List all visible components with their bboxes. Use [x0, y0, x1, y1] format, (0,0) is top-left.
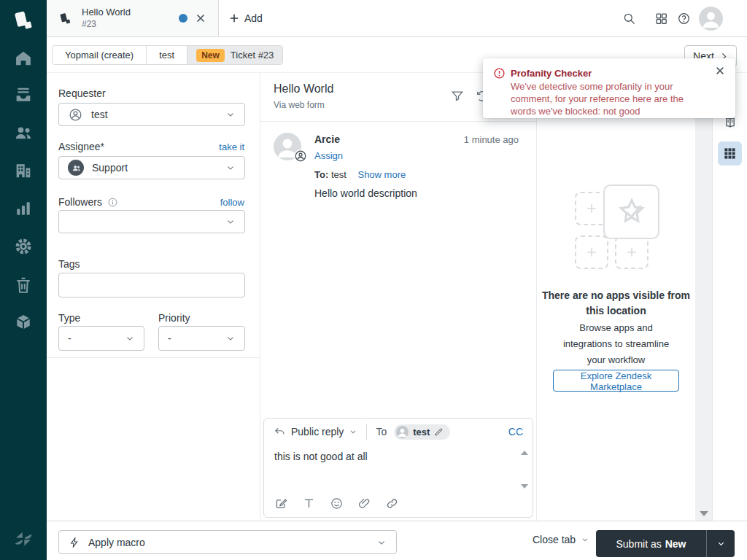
reply-textarea[interactable]: this is not good at all [274, 451, 511, 489]
chevron-down-icon [376, 537, 387, 548]
admin-gear-icon[interactable] [13, 236, 34, 257]
attachment-paperclip-icon[interactable] [357, 497, 371, 510]
assign-link[interactable]: Assign [314, 150, 343, 161]
filter-conversation-icon[interactable] [450, 89, 465, 104]
breadcrumb-ticket[interactable]: New Ticket #23 [187, 46, 282, 64]
deleted-tickets-trash-icon[interactable] [13, 275, 34, 295]
type-select[interactable]: - [58, 326, 144, 351]
scroll-up-arrow-icon[interactable] [521, 451, 528, 455]
requester-select[interactable]: test [58, 103, 245, 126]
type-label: Type [58, 312, 80, 324]
submit-label: Submit as [616, 538, 661, 550]
requester-label: Requester [58, 88, 106, 99]
info-icon[interactable] [107, 197, 118, 208]
close-tab-icon[interactable] [195, 12, 206, 24]
no-apps-illustration [575, 184, 664, 271]
ticket-fields-panel: Requester test Assignee* take it Support… [47, 73, 260, 521]
chevron-down-icon [581, 535, 589, 544]
priority-select[interactable]: - [158, 326, 245, 351]
priority-value: - [168, 332, 171, 344]
add-label: Add [244, 12, 263, 24]
ticket-icon [58, 12, 72, 26]
show-more-link[interactable]: Show more [357, 169, 406, 180]
apply-macro-label: Apply macro [88, 537, 145, 548]
organizations-icon[interactable] [13, 160, 34, 181]
zendesk-z-logo-icon [12, 528, 34, 550]
assignee-select[interactable]: Support [58, 156, 245, 179]
plus-icon [584, 201, 599, 216]
composer-scrollbar[interactable] [519, 449, 530, 490]
star-check-icon [615, 195, 649, 229]
apply-macro-select[interactable]: Apply macro [58, 530, 397, 554]
breadcrumb-requester[interactable]: test [147, 46, 187, 64]
home-icon[interactable] [13, 48, 34, 69]
app-switcher-grid-icon[interactable] [654, 12, 668, 26]
link-icon[interactable] [385, 497, 399, 510]
breadcrumb-brand[interactable]: Yopmail (create) [53, 46, 147, 64]
zendesk-product-logo-icon[interactable] [11, 8, 36, 33]
apps-grid-icon-active[interactable] [718, 141, 742, 166]
composer-header: Public reply To test CC [264, 419, 533, 445]
recipient-pill[interactable]: test [394, 424, 450, 440]
scroll-down-arrow-icon[interactable] [700, 511, 708, 516]
reporting-icon[interactable] [13, 198, 34, 219]
apps-panel: There are no apps visible from this loca… [537, 73, 695, 521]
follow-link[interactable]: follow [220, 197, 244, 208]
plus-icon [624, 245, 639, 260]
close-tab-label: Close tab [533, 534, 576, 545]
composer-toolbar [274, 497, 399, 510]
plus-icon [229, 13, 239, 23]
submit-status: New [665, 538, 686, 550]
breadcrumb: Yopmail (create) test New Ticket #23 [52, 45, 283, 65]
chevron-down-icon [225, 109, 236, 120]
chevron-down-icon [225, 163, 236, 173]
ticket-footer-bar: Apply macro Close tab Submit as New [47, 521, 747, 560]
chevron-down-icon [349, 427, 357, 436]
take-it-link[interactable]: take it [219, 141, 244, 152]
views-icon[interactable] [13, 85, 34, 105]
cc-link[interactable]: CC [508, 426, 523, 438]
text-format-icon[interactable] [302, 497, 316, 510]
composer-divider [366, 424, 367, 440]
compose-note-icon[interactable] [274, 497, 288, 510]
message-body: Hello world description [314, 187, 417, 199]
ticket-subject: Hello World [274, 82, 333, 96]
notification-close-icon[interactable] [715, 66, 725, 76]
chevron-down-icon [716, 539, 726, 548]
scroll-down-arrow-icon[interactable] [521, 484, 528, 489]
followers-label: Followers [58, 196, 118, 208]
app-placeholder-tile [615, 236, 649, 269]
close-tab-dropdown[interactable]: Close tab [533, 534, 589, 545]
submit-as-new-button[interactable]: Submit as New [596, 530, 706, 557]
left-nav-rail [0, 0, 47, 560]
tags-label: Tags [58, 258, 80, 270]
explore-cube-icon[interactable] [13, 312, 34, 332]
reply-composer: Public reply To test CC this is not good… [263, 418, 533, 518]
help-icon[interactable] [677, 12, 691, 26]
tab-ticket-number: #23 [82, 19, 96, 29]
emoji-icon[interactable] [330, 497, 344, 510]
no-apps-heading: There are no apps visible from this loca… [537, 288, 695, 319]
plus-icon [584, 245, 599, 260]
explore-marketplace-button[interactable]: Explore Zendesk Marketplace [553, 370, 679, 392]
profanity-checker-notification: Profanity Checker We've detective some p… [483, 58, 735, 118]
customers-icon[interactable] [13, 122, 34, 143]
chevron-down-icon [225, 217, 236, 227]
message-recipients: To: test Show more [314, 169, 406, 180]
end-user-badge-icon [294, 149, 307, 163]
main-vertical-scrollbar[interactable] [695, 73, 713, 521]
search-icon[interactable] [622, 12, 636, 26]
submit-options-caret[interactable] [706, 530, 735, 557]
reply-mode-select[interactable]: Public reply [274, 426, 357, 438]
fields-divider [47, 357, 260, 358]
followers-select[interactable] [58, 210, 245, 233]
status-badge: New [196, 49, 225, 62]
assignee-value: Support [92, 162, 128, 174]
chevron-down-icon [225, 333, 236, 343]
type-value: - [68, 332, 71, 344]
tags-input[interactable] [58, 273, 245, 298]
ticket-tab[interactable]: Hello World #23 [47, 0, 219, 36]
user-avatar[interactable] [699, 7, 723, 31]
recipient-name: test [413, 427, 430, 438]
add-tab-button[interactable]: Add [229, 9, 263, 27]
